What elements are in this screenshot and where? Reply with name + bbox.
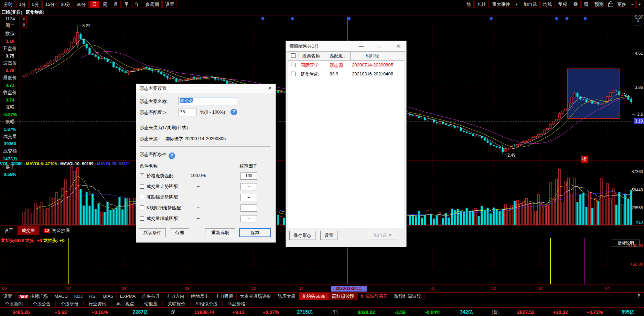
close-icon[interactable]: ✕ xyxy=(267,85,273,91)
indicator-tab-红绿波段买卖[interactable]: 红绿波段买卖 xyxy=(358,293,391,300)
add-to-watchlist-button[interactable]: 加自选 ▼ xyxy=(368,231,398,240)
select-all-checkbox[interactable] xyxy=(291,53,296,58)
indicator-tab-高红绿波段[interactable]: 高红绿波段 xyxy=(329,293,358,300)
pane-resize-icon[interactable]: ⇕ xyxy=(634,17,642,25)
indicator-tab-EXPMA[interactable]: EXPMA xyxy=(117,293,139,300)
collapse-left-icon[interactable]: ⇤ xyxy=(630,1,636,8)
match-input[interactable]: 75 xyxy=(179,108,196,116)
results-list[interactable]: 国际医学形态源20200714-20200805延华智能83.920210316… xyxy=(288,60,404,228)
col-match[interactable]: 匹配度↓ xyxy=(330,53,345,59)
period-tab-设置[interactable]: 设置 xyxy=(162,1,177,8)
help-icon[interactable]: ? xyxy=(169,152,175,159)
indicator-tab-指标广场[interactable]: NEW指标广场 xyxy=(15,293,51,300)
period-tab-年[interactable]: 年 xyxy=(132,1,142,8)
toolbar-button-叠[interactable]: 叠 xyxy=(571,1,581,8)
condition-checkbox[interactable] xyxy=(140,173,144,178)
indicator-tab-设置[interactable]: 设置 xyxy=(0,293,15,300)
period-tab-周[interactable]: 周 xyxy=(100,1,110,8)
indicator-tab-主力吸筹[interactable]: 主力吸筹 xyxy=(212,293,237,300)
row-checkbox[interactable] xyxy=(291,63,296,67)
close-icon[interactable]: ✕ xyxy=(395,43,401,49)
范围-button[interactable]: 范围 xyxy=(170,228,189,237)
rank-badge[interactable]: 榜 xyxy=(581,156,588,163)
name-input[interactable]: 未命名 xyxy=(179,97,237,105)
toolbar-button-复权[interactable]: 复权 xyxy=(556,1,570,8)
news-tab-个股新闻[interactable]: 个股新闻 xyxy=(0,301,28,307)
condition-weight-input[interactable]: – xyxy=(240,215,257,222)
indicator-help-button[interactable]: 指标说明 xyxy=(612,240,640,246)
period-tab-月[interactable]: 月 xyxy=(111,1,121,8)
toolbar-button-更多[interactable]: 更多 xyxy=(615,1,629,8)
condition-checkbox[interactable] xyxy=(140,216,144,221)
news-tab-论股堂[interactable]: 论股堂 xyxy=(139,301,163,307)
volume-tab-设置[interactable]: 设置 xyxy=(0,226,18,235)
tab-label: 大资金进场迹象 xyxy=(240,294,271,299)
toolbar-button-加自选[interactable]: 加自选 xyxy=(521,1,540,8)
col-stock-name[interactable]: 股票名称 xyxy=(302,53,320,59)
condition-weight-input[interactable]: – xyxy=(240,204,257,212)
period-tab-15分[interactable]: 15分 xyxy=(42,1,57,8)
indicator-tab-龙抬头6688[interactable]: 龙抬头6688 xyxy=(299,293,329,300)
pin-icon[interactable]: ⤒ xyxy=(638,293,640,299)
indicator-tab-主力方向[interactable]: 主力方向 xyxy=(163,293,188,300)
condition-checkbox[interactable] xyxy=(140,184,144,189)
indicator-tab-BIAS[interactable]: BIAS xyxy=(100,293,117,300)
condition-weight-input[interactable]: 100 xyxy=(240,172,257,180)
period-tab-多周期[interactable]: 多周期 xyxy=(143,1,162,8)
period-tab-30分[interactable]: 30分 xyxy=(58,1,73,8)
result-row[interactable]: 延华智能83.920210316-20210408 xyxy=(288,70,404,78)
toolbar-button-重大事件[interactable]: 重大事件 xyxy=(490,1,513,8)
news-tab-行业资讯[interactable]: 行业资讯 xyxy=(84,301,111,307)
period-tab-60分[interactable]: 60分 xyxy=(74,1,88,8)
news-tab-个股研报[interactable]: 个股研报 xyxy=(56,301,84,307)
设置-button[interactable]: 设置 xyxy=(320,231,337,240)
toolbar-button-九转[interactable]: 九转 xyxy=(474,1,489,8)
condition-checkbox[interactable] xyxy=(140,195,144,199)
indicator-tab-KDJ[interactable]: KDJ xyxy=(71,293,86,300)
lock-icon[interactable] xyxy=(608,3,613,7)
indicator-tab-大资金进场迹象[interactable]: 大资金进场迹象 xyxy=(237,293,275,300)
indicator-tab-阶段红绿波段[interactable]: 阶段红绿波段 xyxy=(391,293,425,300)
row-checkbox[interactable] xyxy=(291,72,296,76)
toolbar-button-预测[interactable]: 预测 xyxy=(592,1,607,8)
condition-weight-input[interactable]: – xyxy=(240,183,257,190)
result-row[interactable]: 国际医学形态源20200714-20200805 xyxy=(288,61,404,70)
minimize-icon[interactable]: — xyxy=(358,43,364,49)
tab-label: 指标广场 xyxy=(30,294,48,299)
close-icon[interactable]: × xyxy=(21,17,27,22)
indicator-tab-绝地反击[interactable]: 绝地反击 xyxy=(188,293,212,300)
默认条件-button[interactable]: 默认条件 xyxy=(139,228,166,237)
volume-tab-成交量[interactable]: 成交量 xyxy=(18,226,40,235)
news-tab-关联报价[interactable]: 关联报价 xyxy=(163,301,191,307)
news-tab-高手观点[interactable]: 高手观点 xyxy=(111,301,139,307)
period-tab-分时[interactable]: 分时 xyxy=(1,1,15,8)
index-amount: 2287亿 xyxy=(133,309,148,315)
condition-weight-input[interactable]: – xyxy=(240,194,257,201)
period-tab-5分[interactable]: 5分 xyxy=(29,1,42,8)
indicator-tab-弘历太极[interactable]: 弘历太极 xyxy=(275,293,299,300)
indicator-tab-MACD[interactable]: MACD xyxy=(51,293,71,300)
保存形态-button[interactable]: 保存形态 xyxy=(289,231,315,240)
dropdown-icon[interactable]: ▼ xyxy=(636,1,643,8)
news-tab-个股公告[interactable]: 个股公告 xyxy=(28,301,56,307)
gear-icon[interactable]: ⚙ xyxy=(21,22,27,28)
condition-checkbox[interactable] xyxy=(140,206,144,210)
dropdown-icon[interactable]: ▼ xyxy=(514,1,520,8)
indicator-tab-RSI[interactable]: RSI xyxy=(86,293,100,300)
news-tab-AI相似个股[interactable]: AI相似个股 xyxy=(191,301,223,307)
col-period[interactable]: 时间段 xyxy=(366,53,379,59)
重新选股-button[interactable]: 重新选股 xyxy=(205,228,235,237)
indicator-tab-准备拉升[interactable]: 准备拉升 xyxy=(139,293,163,300)
maximize-icon[interactable]: □ xyxy=(376,43,382,49)
toolbar-button-简[interactable]: 简 xyxy=(464,1,474,8)
volume-tab-资金抄底[interactable]: L2资金抄底 xyxy=(40,226,74,235)
period-tab-1分[interactable]: 1分 xyxy=(16,1,29,8)
toolbar-button-均线[interactable]: 均线 xyxy=(540,1,555,8)
indicator-header-segment: 龙抬头: +0 xyxy=(43,238,65,243)
period-tab-季[interactable]: 季 xyxy=(121,1,131,8)
period-tab-日[interactable]: 日 xyxy=(89,1,99,8)
toolbar-button-窗[interactable]: 窗 xyxy=(581,1,591,8)
news-tab-商品价格[interactable]: 商品价格 xyxy=(223,301,250,307)
help-icon[interactable]: ? xyxy=(230,109,237,115)
保存-button[interactable]: 保存 xyxy=(239,228,271,237)
